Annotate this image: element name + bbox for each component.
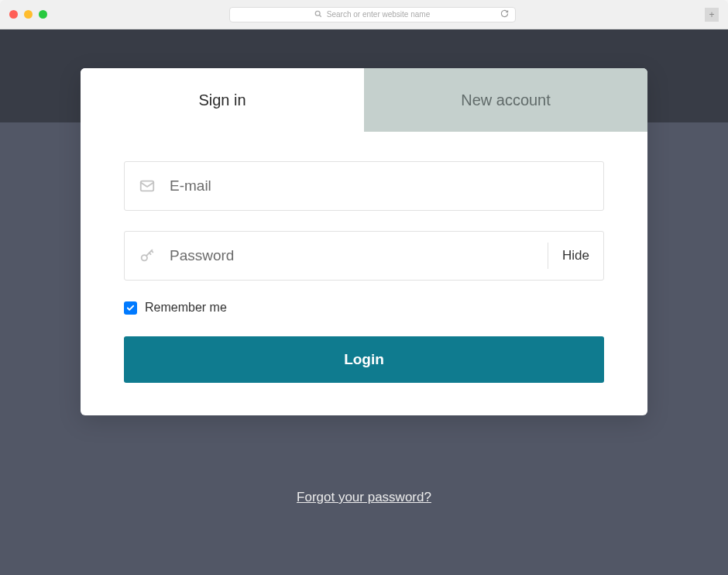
mail-icon xyxy=(139,177,156,195)
email-input-group xyxy=(124,161,604,211)
check-icon xyxy=(126,304,135,312)
remember-me-checkbox[interactable] xyxy=(124,301,137,315)
tab-new-account-label: New account xyxy=(461,91,551,109)
tab-new-account[interactable]: New account xyxy=(364,68,647,132)
tab-sign-in-label: Sign in xyxy=(198,91,246,109)
address-bar[interactable]: Search or enter website name xyxy=(229,7,516,22)
svg-point-0 xyxy=(315,11,320,15)
password-input-group: Hide xyxy=(124,231,604,281)
browser-title-bar: Search or enter website name + xyxy=(0,0,728,29)
login-card: Sign in New account Hide xyxy=(81,68,647,415)
remember-me-row: Remember me xyxy=(124,301,604,315)
tab-sign-in[interactable]: Sign in xyxy=(81,68,364,132)
address-bar-container: Search or enter website name xyxy=(47,7,697,22)
address-placeholder: Search or enter website name xyxy=(327,10,430,19)
svg-line-6 xyxy=(149,253,151,254)
page-body: Sign in New account Hide xyxy=(0,29,728,575)
window-controls xyxy=(9,10,47,19)
key-icon xyxy=(139,247,156,264)
login-button-label: Login xyxy=(344,351,384,367)
svg-line-1 xyxy=(319,15,321,17)
refresh-icon[interactable] xyxy=(500,9,509,19)
forgot-password-label: Forgot your password? xyxy=(297,490,431,504)
login-button[interactable]: Login xyxy=(124,336,604,383)
svg-line-5 xyxy=(152,251,153,253)
email-field[interactable] xyxy=(170,177,589,195)
password-visibility-toggle[interactable]: Hide xyxy=(548,243,589,269)
new-tab-button[interactable]: + xyxy=(705,8,719,22)
search-icon xyxy=(314,10,322,19)
close-window-button[interactable] xyxy=(9,10,18,19)
minimize-window-button[interactable] xyxy=(24,10,33,19)
login-form: Hide Remember me Login xyxy=(81,132,647,415)
auth-tabs: Sign in New account xyxy=(81,68,647,132)
maximize-window-button[interactable] xyxy=(39,10,47,19)
forgot-password-link[interactable]: Forgot your password? xyxy=(297,490,431,505)
remember-me-label: Remember me xyxy=(145,301,227,315)
password-field[interactable] xyxy=(170,247,548,264)
hide-toggle-label: Hide xyxy=(562,248,589,263)
